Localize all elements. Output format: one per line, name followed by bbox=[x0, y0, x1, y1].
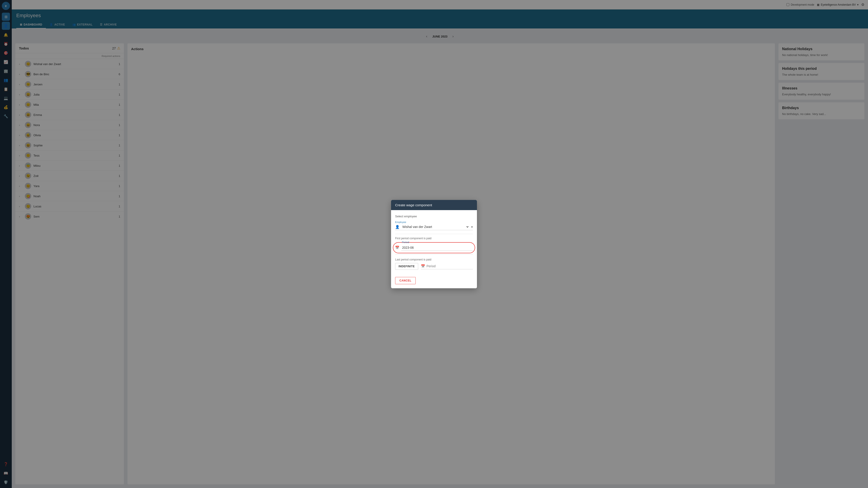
create-wage-component-modal: Create wage component Select employee Em… bbox=[391, 200, 477, 288]
modal-body: Select employee Employee 👤 Wishal van de… bbox=[391, 210, 477, 274]
select-employee-label: Select employee bbox=[395, 215, 473, 218]
modal-title: Create wage component bbox=[395, 203, 432, 207]
last-period-input[interactable] bbox=[427, 264, 473, 268]
dropdown-arrow: ▾ bbox=[471, 225, 473, 229]
person-icon: 👤 bbox=[395, 225, 400, 229]
modal-header: Create wage component bbox=[391, 200, 477, 210]
first-period-input[interactable] bbox=[401, 245, 473, 251]
employee-form-group: Employee 👤 Wishal van der Zwart ▾ bbox=[395, 221, 473, 230]
cancel-button[interactable]: CANCEL bbox=[395, 277, 416, 284]
divider-1 bbox=[395, 234, 473, 234]
last-period-title: Last period component is paid bbox=[395, 258, 473, 261]
indefinite-button[interactable]: INDEFINITE bbox=[395, 263, 418, 270]
modal-footer: CANCEL bbox=[391, 274, 477, 288]
employee-label: Employee bbox=[395, 221, 473, 223]
modal-overlay[interactable]: Create wage component Select employee Em… bbox=[0, 0, 868, 488]
period-field: 📅 bbox=[395, 244, 473, 252]
last-period-row: INDEFINITE 📅 bbox=[395, 263, 473, 270]
period-float-label: Period bbox=[402, 241, 409, 243]
calendar-icon-2[interactable]: 📅 bbox=[421, 264, 425, 268]
employee-select[interactable]: Wishal van der Zwart bbox=[401, 225, 469, 229]
employee-select-row: 👤 Wishal van der Zwart ▾ bbox=[395, 224, 473, 230]
last-period-input-row: 📅 bbox=[421, 263, 473, 269]
calendar-icon[interactable]: 📅 bbox=[395, 246, 399, 250]
first-period-wrapper: Period 📅 bbox=[395, 244, 473, 252]
first-period-title: First period component is paid bbox=[395, 237, 473, 240]
